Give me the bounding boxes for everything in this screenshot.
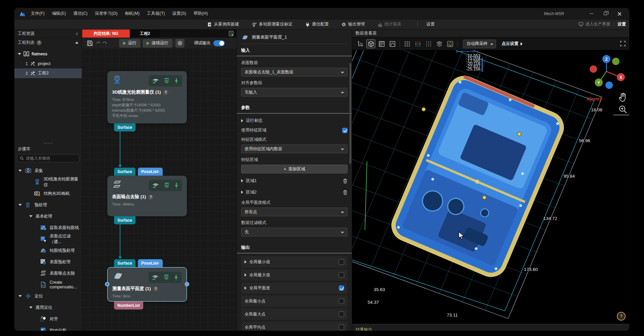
step-surface-preprocess[interactable]: 表面预处理 bbox=[14, 256, 82, 268]
output-row-global-max[interactable]: 全局最大值 bbox=[241, 269, 347, 281]
save-icon[interactable] bbox=[87, 40, 93, 46]
step-align[interactable]: 对齐 bbox=[14, 313, 82, 325]
region-row[interactable]: 区域2 bbox=[241, 188, 347, 196]
expand-down-icon[interactable] bbox=[18, 53, 21, 55]
enter-production-button[interactable]: 进入生产界面 bbox=[579, 21, 610, 27]
viewer-help-button[interactable]: ? bbox=[617, 312, 626, 321]
step-search-box[interactable] bbox=[17, 154, 79, 162]
view-3d-icon[interactable] bbox=[366, 39, 375, 48]
node-help-icon[interactable]: ? bbox=[163, 90, 168, 95]
caret-right-icon[interactable] bbox=[245, 273, 247, 277]
input-port-surface[interactable]: Surface bbox=[114, 259, 136, 267]
solution-row[interactable]: flatness bbox=[14, 49, 82, 59]
group-basic-processing[interactable]: 基本处理 bbox=[14, 211, 82, 222]
caret-down-icon[interactable] bbox=[29, 215, 33, 217]
output-port-numberlist[interactable]: NumberList bbox=[114, 301, 143, 310]
redo-icon[interactable] bbox=[102, 41, 108, 46]
group-general-locate[interactable]: 通用定位 bbox=[14, 302, 82, 313]
visualize-icon[interactable] bbox=[152, 274, 159, 280]
output-row-global-min[interactable]: 全局最小值 bbox=[241, 256, 347, 268]
caret-down-icon[interactable] bbox=[18, 295, 22, 297]
use-feature-region-checkbox[interactable] bbox=[342, 128, 347, 133]
continue-check-icon[interactable] bbox=[163, 274, 170, 280]
output-row-global-flatness[interactable]: 全局平面度 bbox=[241, 282, 347, 294]
layers-icon[interactable] bbox=[435, 39, 444, 48]
project-row[interactable]: 1 project bbox=[14, 59, 82, 68]
statistics-report-button[interactable]: 统计报表 bbox=[378, 21, 401, 27]
caret-right-icon[interactable] bbox=[241, 179, 243, 182]
delete-region-icon[interactable] bbox=[343, 190, 347, 195]
node-measure-flatness[interactable]: 测量表面平面度 (1)? Time: 8ms bbox=[107, 267, 187, 301]
region-row[interactable]: 区域1 bbox=[241, 177, 347, 185]
menu-deep-learning[interactable]: 深度学习(D) bbox=[91, 9, 121, 18]
output-management-button[interactable]: 输出管理 bbox=[341, 21, 365, 27]
ribbon-settings-button[interactable]: 设置 bbox=[426, 21, 435, 27]
caret-right-icon[interactable] bbox=[245, 286, 247, 290]
caret-down-icon[interactable] bbox=[18, 204, 22, 206]
splitter-handle[interactable] bbox=[44, 143, 53, 144]
menu-settings[interactable]: 设置(S) bbox=[169, 9, 190, 18]
caret-right-icon[interactable] bbox=[241, 190, 243, 194]
visualize-icon[interactable] bbox=[152, 78, 159, 84]
layers-colored-icon[interactable] bbox=[445, 39, 454, 48]
output-row-global-max-point[interactable]: 全局最大点 bbox=[241, 309, 347, 320]
output-row-global-mean-point[interactable]: 全局平均点 bbox=[241, 322, 347, 331]
zoom-icon[interactable] bbox=[618, 105, 628, 114]
feature-region-mode-select[interactable]: 使用特征区域内数据 bbox=[241, 145, 347, 153]
project-row-selected[interactable]: 2 工程2 bbox=[14, 68, 82, 78]
add-region-button[interactable]: + 添加区域 bbox=[241, 165, 347, 173]
panel-list-icon[interactable] bbox=[228, 31, 234, 36]
menu-communication[interactable]: 通信(C) bbox=[70, 9, 91, 18]
close-button[interactable] bbox=[612, 9, 627, 18]
caret-right-icon[interactable] bbox=[245, 260, 247, 264]
production-settings-button[interactable]: 设置 bbox=[618, 21, 626, 27]
caret-down-icon[interactable] bbox=[18, 170, 22, 172]
category-locate[interactable]: 定位 bbox=[14, 290, 82, 302]
step-surface-point-filter[interactable]: 表面点过滤（通... bbox=[14, 233, 82, 245]
continue-check-icon[interactable] bbox=[163, 78, 170, 84]
cloud-settings-button[interactable]: 点云设置 bbox=[502, 41, 523, 47]
download-step-icon[interactable] bbox=[174, 182, 179, 188]
fit-2d-icon[interactable]: 2D bbox=[356, 39, 365, 48]
visualize-icon[interactable] bbox=[152, 182, 159, 188]
result-output-bar[interactable]: 结果输出 bbox=[352, 324, 629, 331]
search-input[interactable] bbox=[26, 156, 73, 161]
input-port-poselist[interactable]: PoseList- bbox=[138, 259, 163, 267]
points-colored-icon[interactable] bbox=[413, 39, 422, 48]
step-extract-profile[interactable]: 提取表面轮廓线 bbox=[14, 222, 82, 233]
data-filter-mode-select[interactable]: 无 bbox=[241, 228, 347, 236]
collapse-panel-icon[interactable] bbox=[76, 32, 79, 35]
caret-right-icon[interactable] bbox=[241, 119, 243, 122]
restore-button[interactable] bbox=[598, 9, 612, 18]
communication-config-button[interactable]: 通信配置 bbox=[305, 21, 329, 27]
pan-hand-icon[interactable] bbox=[619, 93, 627, 102]
output-checkbox[interactable] bbox=[339, 285, 344, 291]
help-icon[interactable]: ? bbox=[37, 40, 42, 45]
delete-region-icon[interactable] bbox=[343, 178, 347, 183]
profile-curve-icon[interactable] bbox=[388, 39, 397, 48]
global-flatness-mode-select[interactable]: 所有点 bbox=[241, 208, 347, 216]
downsample-dropdown[interactable]: 自动降采样 bbox=[463, 40, 496, 48]
node-help-icon[interactable]: ? bbox=[153, 286, 158, 291]
point-cloud-viewport[interactable]: -12.553-15.074 -17.595-20.116 -22.637-25… bbox=[352, 50, 629, 324]
step-laser-profiler[interactable]: 3D线激光轮廓测量仪 bbox=[14, 176, 82, 188]
output-checkbox[interactable] bbox=[339, 259, 344, 265]
run-target-button[interactable] bbox=[175, 39, 184, 48]
output-checkbox[interactable] bbox=[339, 298, 344, 304]
panel-scrollbar[interactable] bbox=[350, 63, 351, 164]
output-checkbox[interactable] bbox=[339, 325, 344, 330]
project-tab[interactable]: 工程2 bbox=[130, 30, 160, 38]
continuous-run-button[interactable]: 连续运行 bbox=[143, 39, 172, 48]
step-create-compensation[interactable]: Create compensatio... bbox=[14, 279, 82, 290]
download-step-icon[interactable] bbox=[174, 78, 179, 84]
output-port-surface[interactable]: Surface bbox=[114, 216, 136, 224]
points-sparse-icon[interactable] bbox=[424, 39, 433, 48]
download-step-icon[interactable] bbox=[174, 274, 178, 280]
caret-down-icon[interactable] bbox=[29, 306, 33, 309]
step-structured-light-camera[interactable]: 结构光3D相机 bbox=[14, 188, 82, 199]
surface-data-select[interactable]: 表面噪点去除_1_表面数据 bbox=[241, 68, 347, 76]
undo-icon[interactable] bbox=[96, 41, 102, 46]
node-help-icon[interactable]: ? bbox=[148, 194, 153, 200]
debug-output-toggle[interactable] bbox=[213, 40, 225, 46]
graph-canvas[interactable]: 判定结果: NG 工程2 运行 连续运行 bbox=[82, 30, 236, 331]
